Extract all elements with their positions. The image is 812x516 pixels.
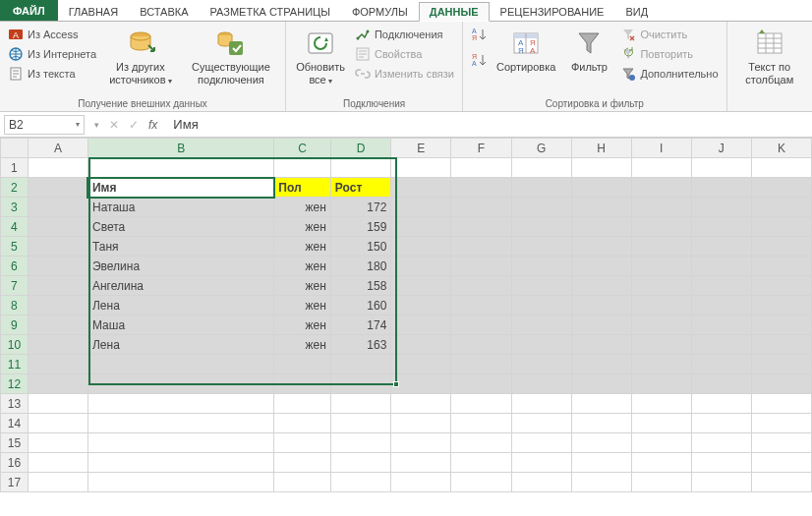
from-text-button[interactable]: Из текста xyxy=(6,65,98,83)
cell[interactable] xyxy=(330,158,390,178)
row-header[interactable]: 11 xyxy=(1,355,29,374)
cell[interactable] xyxy=(751,433,811,453)
cell[interactable] xyxy=(511,355,571,374)
cell[interactable] xyxy=(751,414,811,433)
column-header[interactable]: K xyxy=(751,139,811,158)
cell[interactable] xyxy=(274,374,330,394)
cell[interactable] xyxy=(391,198,451,217)
cell[interactable] xyxy=(751,276,811,296)
cell[interactable] xyxy=(571,433,631,453)
cell[interactable] xyxy=(391,315,451,335)
cell[interactable] xyxy=(691,296,751,315)
cell[interactable] xyxy=(751,198,811,217)
cell[interactable] xyxy=(274,158,330,178)
cell[interactable] xyxy=(451,335,511,355)
cell[interactable] xyxy=(571,237,631,257)
tab-review[interactable]: РЕЦЕНЗИРОВАНИЕ xyxy=(490,2,615,21)
column-header[interactable]: I xyxy=(631,139,691,158)
row-header[interactable]: 10 xyxy=(1,335,29,355)
cell[interactable] xyxy=(631,158,691,178)
cell[interactable] xyxy=(28,335,87,355)
properties-button[interactable]: Свойства xyxy=(353,45,456,63)
row-header[interactable]: 17 xyxy=(1,473,29,492)
cell[interactable] xyxy=(87,433,273,453)
cell[interactable] xyxy=(751,453,811,473)
cell[interactable] xyxy=(28,237,87,257)
cell[interactable] xyxy=(28,394,87,414)
cell[interactable] xyxy=(571,257,631,276)
tab-file[interactable]: ФАЙЛ xyxy=(0,0,58,21)
cell[interactable]: Маша xyxy=(87,315,273,335)
cell[interactable] xyxy=(87,394,273,414)
cell[interactable] xyxy=(631,315,691,335)
cell[interactable] xyxy=(451,453,511,473)
cell[interactable] xyxy=(391,217,451,237)
cell[interactable] xyxy=(571,276,631,296)
cell[interactable]: Имя xyxy=(87,178,273,198)
cell[interactable] xyxy=(330,394,390,414)
row-header[interactable]: 2 xyxy=(1,178,29,198)
cell[interactable]: жен xyxy=(274,335,330,355)
cell[interactable] xyxy=(28,453,87,473)
cell[interactable] xyxy=(511,276,571,296)
cell[interactable] xyxy=(631,276,691,296)
spreadsheet-grid[interactable]: ABCDEFGHIJK12ИмяПолРост3Наташажен1724Све… xyxy=(0,138,812,492)
cell[interactable]: 159 xyxy=(330,217,390,237)
from-web-button[interactable]: Из Интернета xyxy=(6,45,98,63)
cell[interactable] xyxy=(391,276,451,296)
enter-icon[interactable]: ✓ xyxy=(129,118,139,132)
column-header[interactable]: H xyxy=(571,139,631,158)
cell[interactable] xyxy=(391,335,451,355)
cell[interactable] xyxy=(391,296,451,315)
cell[interactable] xyxy=(571,374,631,394)
cell[interactable] xyxy=(691,473,751,492)
cell[interactable]: жен xyxy=(274,315,330,335)
tab-data[interactable]: ДАННЫЕ xyxy=(419,2,490,22)
cell[interactable] xyxy=(451,158,511,178)
cell[interactable] xyxy=(751,257,811,276)
cell[interactable] xyxy=(571,296,631,315)
cell[interactable] xyxy=(28,433,87,453)
cell[interactable]: жен xyxy=(274,276,330,296)
cell[interactable] xyxy=(571,394,631,414)
column-header[interactable]: D xyxy=(330,139,390,158)
row-header[interactable]: 4 xyxy=(1,217,29,237)
cell[interactable] xyxy=(751,237,811,257)
cell[interactable] xyxy=(330,433,390,453)
cell[interactable] xyxy=(511,257,571,276)
fx-icon[interactable]: fx xyxy=(148,118,157,132)
cell[interactable] xyxy=(751,355,811,374)
cell[interactable] xyxy=(330,374,390,394)
sort-desc-button[interactable]: ЯA xyxy=(469,51,489,69)
cell[interactable] xyxy=(451,374,511,394)
cell[interactable] xyxy=(391,158,451,178)
cell[interactable] xyxy=(451,433,511,453)
cell[interactable] xyxy=(391,257,451,276)
cell[interactable]: 174 xyxy=(330,315,390,335)
text-to-columns-button[interactable]: Текст по столбцам xyxy=(733,26,806,87)
row-header[interactable]: 13 xyxy=(1,394,29,414)
cell[interactable] xyxy=(451,237,511,257)
formula-input[interactable]: Имя xyxy=(167,115,812,134)
cell[interactable] xyxy=(330,355,390,374)
column-header[interactable]: G xyxy=(511,139,571,158)
cell[interactable] xyxy=(511,198,571,217)
column-header[interactable]: A xyxy=(28,139,87,158)
cell[interactable] xyxy=(511,335,571,355)
cell[interactable] xyxy=(391,453,451,473)
cell[interactable] xyxy=(691,237,751,257)
cell[interactable] xyxy=(28,178,87,198)
cell[interactable] xyxy=(571,335,631,355)
cell[interactable] xyxy=(274,453,330,473)
cell[interactable] xyxy=(274,473,330,492)
cell[interactable] xyxy=(751,473,811,492)
cell[interactable] xyxy=(87,453,273,473)
cell[interactable] xyxy=(691,453,751,473)
cell[interactable]: 158 xyxy=(330,276,390,296)
edit-links-button[interactable]: Изменить связи xyxy=(353,65,456,83)
row-header[interactable]: 9 xyxy=(1,315,29,335)
cell[interactable] xyxy=(451,473,511,492)
select-all-corner[interactable] xyxy=(1,139,29,158)
cell[interactable]: Лена xyxy=(87,335,273,355)
cell[interactable] xyxy=(691,335,751,355)
